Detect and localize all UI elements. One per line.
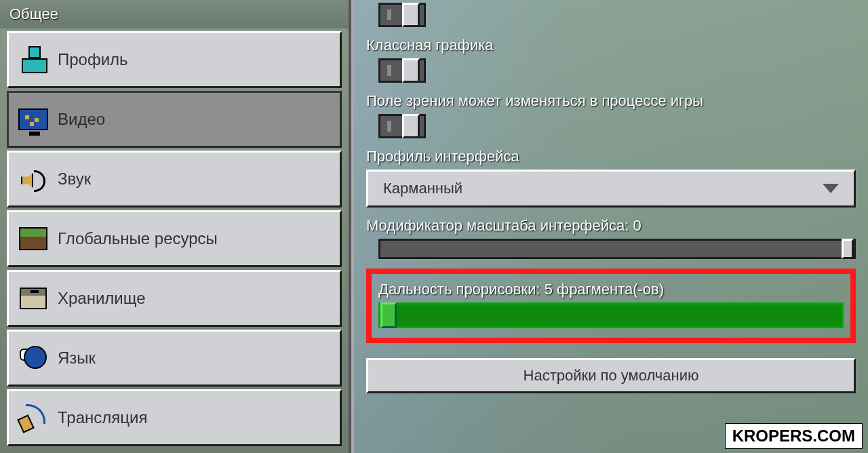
speaker-icon — [9, 168, 58, 191]
sidebar-item-label: Профиль — [58, 50, 128, 69]
ui-profile-label: Профиль интерфейса — [366, 148, 856, 165]
sidebar-item-label: Глобальные ресурсы — [58, 229, 218, 248]
top-toggle[interactable] — [378, 3, 426, 27]
sidebar-item-label: Язык — [58, 349, 96, 368]
sidebar-item-label: Звук — [58, 170, 91, 189]
globe-icon — [9, 344, 58, 372]
sidebar-item-language[interactable]: Язык — [7, 330, 342, 387]
gui-scale-label: Модификатор масштаба интерфейса: 0 — [366, 217, 856, 235]
sidebar-item-label: Видео — [58, 110, 105, 129]
reset-defaults-label: Настройки по умолчанию — [524, 367, 699, 385]
fov-can-change-toggle[interactable] — [378, 114, 426, 138]
sidebar-item-global-resources[interactable]: Глобальные ресурсы — [7, 210, 342, 267]
ui-profile-value: Карманный — [383, 180, 462, 197]
sidebar-section-general: Общее — [0, 0, 349, 28]
reset-defaults-button[interactable]: Настройки по умолчанию — [366, 358, 856, 393]
ui-profile-dropdown[interactable]: Карманный — [366, 170, 856, 208]
sidebar-item-label: Трансляция — [58, 408, 147, 427]
sidebar-item-video[interactable]: Видео — [7, 91, 342, 148]
sidebar-item-sound[interactable]: Звук — [7, 151, 342, 208]
sidebar-list: Профиль Видео Звук Глобальные ресурсы Хр… — [0, 28, 349, 453]
gui-scale-slider[interactable] — [378, 239, 856, 259]
storage-box-icon — [9, 288, 58, 309]
sidebar-item-storage[interactable]: Хранилище — [7, 270, 342, 327]
grass-block-icon — [9, 227, 58, 250]
fov-toggle-label: Поле зрения может изменяться в процессе … — [366, 92, 856, 110]
fancy-graphics-toggle[interactable] — [378, 58, 426, 83]
sidebar-item-profile[interactable]: Профиль — [7, 31, 342, 88]
render-distance-slider[interactable] — [378, 302, 844, 328]
settings-main-panel: Классная графика Поле зрения может измен… — [351, 0, 868, 453]
render-distance-label: Дальность прорисовки: 5 фрагмента(-ов) — [378, 281, 844, 298]
sidebar-item-label: Хранилище — [58, 289, 146, 308]
render-distance-highlight: Дальность прорисовки: 5 фрагмента(-ов) — [366, 269, 856, 343]
monitor-icon — [9, 109, 58, 130]
profile-icon — [9, 46, 58, 73]
watermark: KROPERS.COM — [725, 423, 863, 449]
settings-sidebar: Общее Профиль Видео Звук Глобальные ресу… — [0, 0, 351, 453]
sidebar-item-broadcast[interactable]: Трансляция — [7, 389, 342, 446]
fancy-graphics-label: Классная графика — [366, 37, 856, 54]
slider-handle[interactable] — [842, 239, 854, 259]
chevron-down-icon — [823, 184, 839, 193]
broadcast-icon — [9, 404, 58, 431]
slider-handle[interactable] — [380, 302, 397, 328]
